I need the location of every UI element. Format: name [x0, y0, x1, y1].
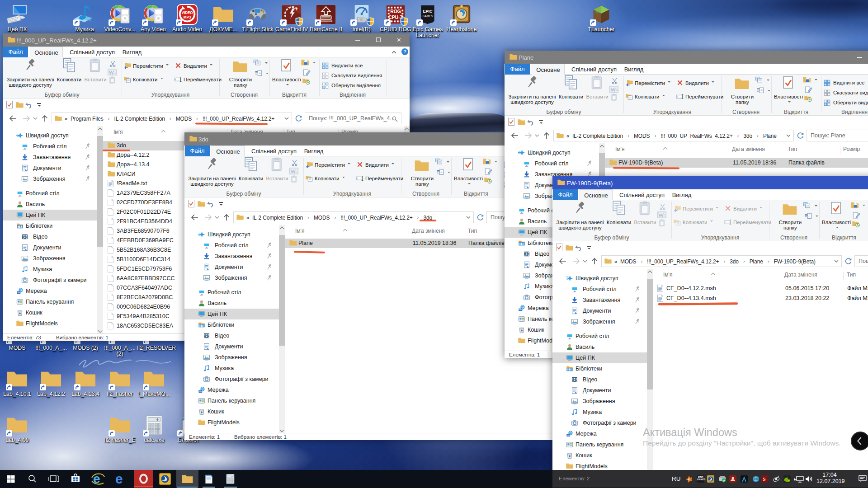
svg-text:e: e — [115, 471, 123, 486]
svg-text:S: S — [763, 476, 766, 482]
svg-text:a: a — [688, 478, 690, 481]
